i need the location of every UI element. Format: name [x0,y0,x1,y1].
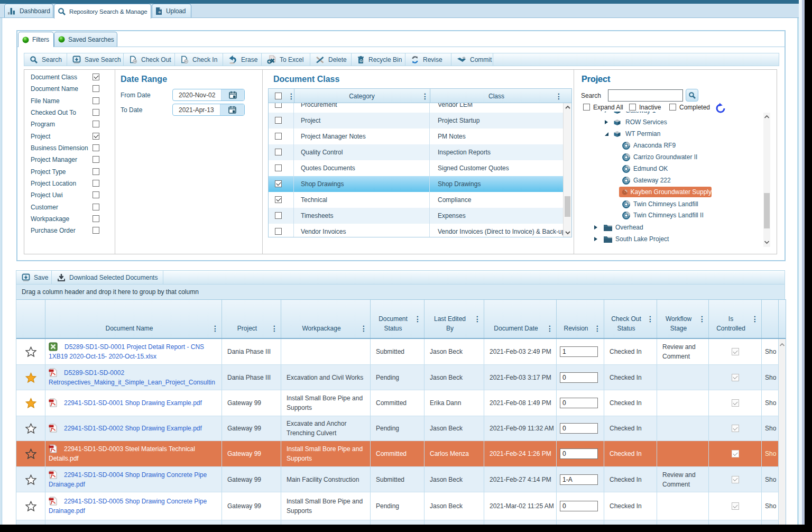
svg-text:♻: ♻ [359,58,363,63]
